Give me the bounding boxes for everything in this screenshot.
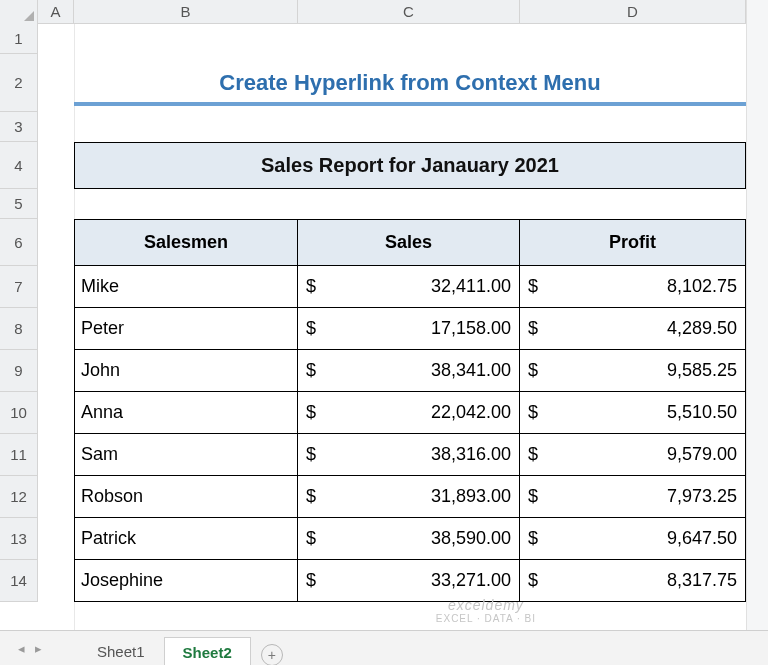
page-title: Create Hyperlink from Context Menu [74, 54, 746, 112]
row-headers: 1 2 3 4 5 6 7 8 9 10 11 12 13 14 [0, 24, 38, 602]
tab-nav-prev-icon[interactable]: ◂ [18, 641, 25, 656]
cell-salesman[interactable]: Patrick [74, 518, 298, 560]
cell-profit[interactable]: $5,510.50 [520, 392, 746, 434]
new-sheet-button[interactable]: + [261, 644, 283, 666]
cell-sales[interactable]: $38,341.00 [298, 350, 520, 392]
cell-profit[interactable]: $9,585.25 [520, 350, 746, 392]
scrollbar-vertical[interactable] [746, 0, 768, 630]
table-row[interactable]: Peter$17,158.00$4,289.50 [74, 308, 746, 350]
cell-profit[interactable]: $9,579.00 [520, 434, 746, 476]
cell-profit[interactable]: $8,102.75 [520, 266, 746, 308]
table-row[interactable]: Mike$32,411.00$8,102.75 [74, 266, 746, 308]
table-row[interactable]: Josephine$33,271.00$8,317.75 [74, 560, 746, 602]
cell-sales[interactable]: $38,316.00 [298, 434, 520, 476]
row-header-2[interactable]: 2 [0, 54, 38, 112]
cell-profit[interactable]: $8,317.75 [520, 560, 746, 602]
cell-sales[interactable]: $33,271.00 [298, 560, 520, 602]
row-header-14[interactable]: 14 [0, 560, 38, 602]
table-row[interactable]: Robson$31,893.00$7,973.25 [74, 476, 746, 518]
page-title-text: Create Hyperlink from Context Menu [219, 70, 600, 96]
row-header-8[interactable]: 8 [0, 308, 38, 350]
header-profit[interactable]: Profit [520, 219, 746, 266]
cell-salesman[interactable]: John [74, 350, 298, 392]
cell-profit[interactable]: $7,973.25 [520, 476, 746, 518]
cell-salesman[interactable]: Robson [74, 476, 298, 518]
cell-sales[interactable]: $17,158.00 [298, 308, 520, 350]
tab-sheet1[interactable]: Sheet1 [78, 636, 164, 666]
row-header-6[interactable]: 6 [0, 219, 38, 266]
row-header-4[interactable]: 4 [0, 142, 38, 189]
cell-salesman[interactable]: Peter [74, 308, 298, 350]
cell-sales[interactable]: $31,893.00 [298, 476, 520, 518]
cell-profit[interactable]: $4,289.50 [520, 308, 746, 350]
title-underline [74, 102, 746, 106]
row-header-11[interactable]: 11 [0, 434, 38, 476]
cell-salesman[interactable]: Mike [74, 266, 298, 308]
table-header-row: Salesmen Sales Profit [74, 219, 746, 266]
select-all-corner[interactable] [0, 0, 38, 24]
row-header-9[interactable]: 9 [0, 350, 38, 392]
header-sales[interactable]: Sales [298, 219, 520, 266]
sheet-tab-strip: ◂ ▸ Sheet1 Sheet2 + [0, 630, 768, 665]
table-row[interactable]: Anna$22,042.00$5,510.50 [74, 392, 746, 434]
tab-nav-buttons: ◂ ▸ [0, 641, 60, 656]
tab-nav-next-icon[interactable]: ▸ [35, 641, 42, 656]
col-header-B[interactable]: B [74, 0, 298, 23]
table-row[interactable]: John$38,341.00$9,585.25 [74, 350, 746, 392]
col-header-A[interactable]: A [38, 0, 74, 23]
table-row[interactable]: Sam$38,316.00$9,579.00 [74, 434, 746, 476]
table-row[interactable]: Patrick$38,590.00$9,647.50 [74, 518, 746, 560]
cell-sales[interactable]: $38,590.00 [298, 518, 520, 560]
col-header-C[interactable]: C [298, 0, 520, 23]
plus-icon: + [268, 647, 276, 663]
row-header-5[interactable]: 5 [0, 189, 38, 219]
report-header: Sales Report for Janauary 2021 [74, 142, 746, 189]
cell-salesman[interactable]: Sam [74, 434, 298, 476]
cell-sales[interactable]: $32,411.00 [298, 266, 520, 308]
row-header-3[interactable]: 3 [0, 112, 38, 142]
row-header-10[interactable]: 10 [0, 392, 38, 434]
header-salesmen[interactable]: Salesmen [74, 219, 298, 266]
row-header-7[interactable]: 7 [0, 266, 38, 308]
column-headers: A B C D [0, 0, 768, 24]
cell-salesman[interactable]: Anna [74, 392, 298, 434]
col-header-D[interactable]: D [520, 0, 746, 23]
table-body: Mike$32,411.00$8,102.75Peter$17,158.00$4… [74, 266, 746, 602]
row-header-13[interactable]: 13 [0, 518, 38, 560]
tab-sheet2[interactable]: Sheet2 [164, 637, 251, 666]
cell-sales[interactable]: $22,042.00 [298, 392, 520, 434]
cell-profit[interactable]: $9,647.50 [520, 518, 746, 560]
row-header-12[interactable]: 12 [0, 476, 38, 518]
cell-salesman[interactable]: Josephine [74, 560, 298, 602]
row-header-1[interactable]: 1 [0, 24, 38, 54]
